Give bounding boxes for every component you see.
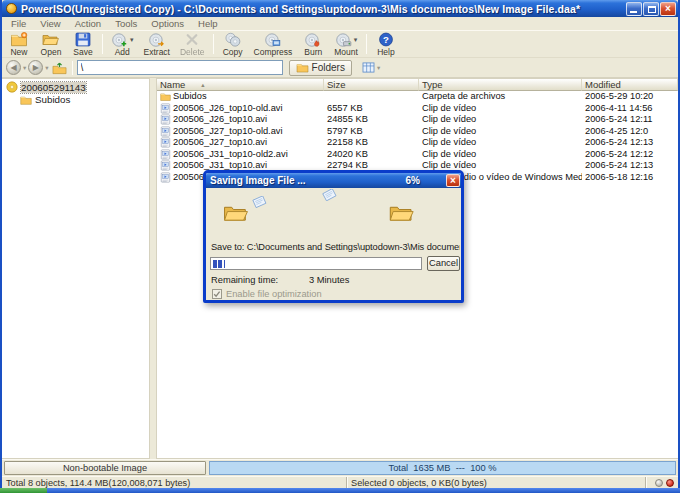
flying-file-icon: [322, 189, 337, 201]
delete-x-icon: [183, 32, 201, 47]
maximize-button[interactable]: [643, 2, 659, 16]
remaining-time-value: 3 Minutes: [309, 275, 349, 285]
folder-icon: [20, 94, 32, 106]
dialog-title: Saving Image File ...: [210, 175, 406, 186]
menu-options[interactable]: Options: [144, 17, 191, 30]
cd-icon: [6, 81, 18, 93]
checkbox-checked-icon: [212, 289, 222, 299]
compress-button[interactable]: Compress: [249, 31, 298, 57]
mount-button[interactable]: ▾Mount: [329, 31, 363, 57]
disc-compress-icon: [264, 32, 282, 47]
grid-view-icon: [362, 62, 375, 73]
menu-view[interactable]: View: [33, 17, 67, 30]
column-header-modified[interactable]: Modified: [582, 79, 678, 91]
folder-open-icon: [42, 32, 60, 47]
start-button-sliver[interactable]: [0, 488, 47, 493]
file-list-header: Name▴SizeTypeModified: [157, 79, 678, 91]
help-button[interactable]: ?Help: [370, 31, 402, 57]
disc-copy-icon: [224, 32, 242, 47]
remaining-time-label: Remaining time:: [211, 275, 278, 285]
delete-button: Delete: [175, 31, 210, 57]
save-to-text: Save to: C:\Documents and Settings\uptod…: [211, 242, 460, 252]
menu-tools[interactable]: Tools: [108, 17, 144, 30]
file-row[interactable]: 200506_J26_top10-old.avi6557 KBClip de v…: [157, 103, 678, 115]
disc-extract-icon: [148, 32, 166, 47]
column-header-name[interactable]: Name▴: [157, 79, 324, 91]
folders-button[interactable]: Folders: [289, 60, 352, 76]
menu-help[interactable]: Help: [191, 17, 225, 30]
main-toolbar: NewOpenSave▾AddExtractDeleteCopyCompress…: [2, 30, 678, 58]
folder-icon: [160, 91, 171, 102]
file-row[interactable]: 200506_J27_top10-old.avi5797 KBClip de v…: [157, 126, 678, 138]
dropdown-caret-icon[interactable]: ▾: [354, 36, 358, 43]
menu-file[interactable]: File: [4, 17, 33, 30]
dialog-titlebar[interactable]: Saving Image File ... 6% ×: [206, 173, 461, 188]
target-folder-icon: [388, 203, 414, 223]
help-icon: ?: [377, 32, 395, 47]
burn-button[interactable]: Burn: [297, 31, 329, 57]
back-dropdown-icon[interactable]: ▾: [23, 64, 26, 72]
toolbar-separator: [366, 34, 367, 54]
close-button[interactable]: ×: [660, 2, 676, 16]
poweriso-logo-icon: [6, 3, 17, 14]
disc-mount-icon: [335, 32, 353, 47]
media-icon: [160, 149, 171, 160]
floppy-icon: [74, 32, 92, 47]
extract-button[interactable]: Extract: [139, 31, 175, 57]
cancel-button[interactable]: Cancel: [427, 256, 460, 271]
copy-button[interactable]: Copy: [217, 31, 249, 57]
file-row[interactable]: SubidosCarpeta de archivos2006-5-29 10:2…: [157, 91, 678, 103]
column-header-size[interactable]: Size: [324, 79, 419, 91]
media-icon: [160, 126, 171, 137]
minimize-button[interactable]: [626, 2, 642, 16]
saving-image-dialog: Saving Image File ... 6% × Save to: C:\D…: [203, 170, 464, 303]
window-titlebar[interactable]: PowerISO(Unregistered Copy) - C:\Documen…: [2, 0, 678, 17]
status-led-gray-icon: [655, 479, 663, 487]
folder-new-icon: [10, 32, 28, 47]
up-level-button[interactable]: [51, 60, 68, 76]
menu-action[interactable]: Action: [68, 17, 108, 30]
status-led-red-icon: [666, 479, 674, 487]
views-button[interactable]: ▾: [358, 60, 384, 76]
source-folder-icon: [223, 203, 249, 223]
progress-fill: [213, 260, 225, 268]
open-button[interactable]: Open: [35, 31, 67, 57]
flying-file-icon: [252, 196, 267, 208]
file-row[interactable]: 200506_J27_top10.avi22158 KBClip de víde…: [157, 137, 678, 149]
forward-button[interactable]: ▶: [28, 60, 43, 75]
add-button[interactable]: ▾Add: [106, 31, 139, 57]
file-row[interactable]: 200506_J26_top10.avi24855 KBClip de víde…: [157, 114, 678, 126]
address-input[interactable]: [77, 60, 283, 75]
media-icon: [160, 103, 171, 114]
dialog-close-button[interactable]: ×: [446, 174, 460, 187]
new-button[interactable]: New: [3, 31, 35, 57]
file-optimization-checkbox[interactable]: Enable file optimization: [212, 289, 322, 299]
media-icon: [160, 137, 171, 148]
status-total-objects: Total 8 objects, 114.4 MB(120,008,071 by…: [2, 477, 347, 488]
file-row[interactable]: 200506_J31_top10-old2.avi24020 KBClip de…: [157, 149, 678, 161]
file-optimization-label: Enable file optimization: [226, 289, 322, 299]
dropdown-caret-icon[interactable]: ▾: [130, 36, 134, 43]
folders-button-label: Folders: [312, 62, 345, 73]
tree-item-200605291143[interactable]: 200605291143: [2, 81, 149, 94]
save-button[interactable]: Save: [67, 31, 99, 57]
dialog-body: Save to: C:\Documents and Settings\uptod…: [206, 188, 461, 300]
disc-add-icon: [111, 32, 129, 47]
status-selected-objects: Selected 0 objects, 0 KB(0 bytes): [347, 477, 646, 488]
menu-bar: FileViewActionToolsOptionsHelp: [2, 17, 678, 30]
folder-icon: [296, 62, 309, 73]
toolbar-separator: [102, 34, 103, 54]
taskbar-strip: [47, 488, 680, 493]
status-bar: Total 8 objects, 114.4 MB(120,008,071 by…: [2, 476, 678, 488]
sort-indicator-icon: ▴: [201, 79, 204, 90]
svg-text:?: ?: [383, 34, 389, 45]
boot-status-button[interactable]: Non-bootable Image: [4, 461, 206, 475]
back-button[interactable]: ◀: [6, 60, 21, 75]
forward-dropdown-icon[interactable]: ▾: [45, 64, 48, 72]
column-header-type[interactable]: Type: [419, 79, 582, 91]
folder-tree: 200605291143Subidos: [2, 78, 150, 459]
navigation-bar: ◀ ▾ ▶ ▾ Folders ▾: [2, 58, 678, 78]
capacity-bar-row: Non-bootable Image Total 1635 MB --- 100…: [2, 459, 678, 476]
views-dropdown-icon: ▾: [377, 64, 380, 72]
tree-item-subidos[interactable]: Subidos: [2, 94, 149, 107]
